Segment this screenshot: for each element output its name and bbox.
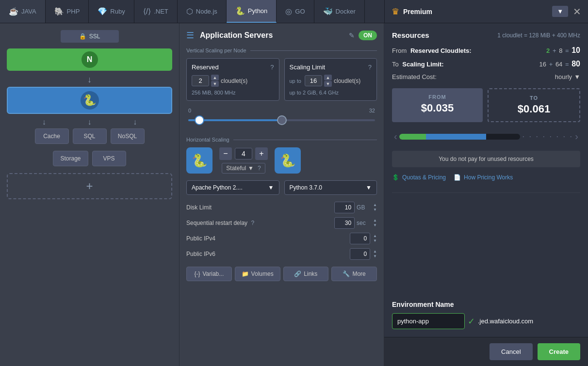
- volumes-icon: 📁: [242, 271, 249, 277]
- links-button[interactable]: 🔗 Links: [283, 267, 329, 281]
- ipv6-label: Public IPv6: [186, 251, 350, 257]
- slider-min-label: 0: [188, 108, 191, 113]
- reserved-help-icon[interactable]: ?: [270, 64, 274, 71]
- tab-nodejs[interactable]: ⬡ Node.js: [178, 0, 227, 23]
- price-bar-row: ‹ · · · · · · · · ›: [392, 129, 580, 144]
- node-count-minus[interactable]: −: [219, 147, 232, 160]
- ssl-button[interactable]: 🔒 SSL: [61, 30, 119, 43]
- stateful-chevron-icon: ▼: [248, 165, 254, 172]
- tab-nodejs-label: Node.js: [196, 8, 217, 15]
- disk-limit-input[interactable]: [334, 202, 355, 213]
- from-reserved-row: From Reserved Cloudlets: 2 + 8 = 10: [392, 46, 580, 55]
- add-block-button[interactable]: +: [7, 173, 172, 199]
- middle-panel: ☰ Application Servers ✎ ON Vertical Scal…: [180, 23, 384, 366]
- ipv6-up-icon[interactable]: ▲: [373, 249, 377, 254]
- edit-icon[interactable]: ✎: [349, 32, 355, 39]
- vps-label: VPS: [103, 155, 115, 162]
- volumes-button[interactable]: 📁 Volumes: [235, 267, 280, 281]
- stateful-help-icon[interactable]: ?: [258, 165, 261, 172]
- estimated-cost-row: Estimated Cost: hourly ▼: [392, 73, 580, 80]
- disk-limit-row: Disk Limit GB ▲ ▼: [186, 202, 377, 213]
- ipv4-up-icon[interactable]: ▲: [373, 234, 377, 239]
- scaling-limit-up-button[interactable]: ▲: [324, 75, 332, 80]
- restart-delay-help-icon[interactable]: ?: [251, 220, 254, 226]
- premium-dropdown-button[interactable]: ▼: [552, 6, 568, 17]
- quotas-pricing-link[interactable]: 💲 Quotas & Pricing: [392, 174, 446, 181]
- ipv4-input[interactable]: [350, 233, 370, 244]
- estimated-cost-label: Estimated Cost:: [392, 73, 437, 80]
- restart-delay-input[interactable]: [334, 217, 355, 229]
- hourly-dropdown-button[interactable]: hourly ▼: [555, 73, 580, 80]
- net-icon: ⟨/⟩: [143, 7, 151, 16]
- reserved-down-button[interactable]: ▼: [211, 81, 219, 87]
- scaling-limit-desc: up to 2 GiB, 6.4 GHz: [290, 90, 372, 95]
- to-scaling-value: 16 + 64 = 80: [539, 60, 580, 68]
- stateful-dropdown[interactable]: Stateful ▼ ?: [222, 163, 265, 174]
- toggle-on-button[interactable]: ON: [359, 31, 377, 40]
- restart-delay-unit: sec: [357, 220, 370, 226]
- apache-dropdown[interactable]: Apache Python 2.... ▼: [186, 180, 279, 195]
- ipv4-down-icon[interactable]: ▼: [373, 239, 377, 243]
- close-button[interactable]: ✕: [573, 6, 581, 17]
- variables-button[interactable]: {-} Variab...: [186, 267, 232, 281]
- slider-track-container[interactable]: [188, 115, 375, 125]
- dropdowns-row: Apache Python 2.... ▼ Python 3.7.0 ▼: [186, 180, 377, 195]
- price-from-box: FROM $0.035: [392, 88, 483, 122]
- tab-java-label: JAVA: [21, 8, 36, 15]
- ssl-label: SSL: [89, 33, 100, 40]
- scaling-limit-help-icon[interactable]: ?: [368, 64, 372, 71]
- scaling-limit-input[interactable]: [305, 75, 322, 86]
- reserved-cloudlet-input[interactable]: [192, 75, 209, 86]
- tab-ruby[interactable]: 💎 Ruby: [89, 0, 134, 23]
- ipv6-down-icon[interactable]: ▼: [373, 254, 377, 259]
- tab-python[interactable]: 🐍 Python: [227, 0, 277, 23]
- restart-down-icon[interactable]: ▼: [373, 223, 377, 228]
- env-name-input[interactable]: [392, 313, 465, 329]
- sql-button[interactable]: SQL: [73, 128, 107, 144]
- create-button[interactable]: Create: [538, 343, 580, 360]
- reserved-up-button[interactable]: ▲: [211, 75, 219, 80]
- unused-notice: You do not pay for unused resources: [392, 151, 580, 167]
- cancel-label: Cancel: [501, 348, 521, 355]
- more-button[interactable]: 🔧 More: [331, 267, 377, 281]
- slider-handle-right[interactable]: [277, 115, 287, 125]
- nodejs-icon: ⬡: [186, 7, 193, 16]
- node-count-input[interactable]: [235, 148, 252, 159]
- restart-delay-row: Sequential restart delay ? sec ▲ ▼: [186, 217, 377, 229]
- restart-up-icon[interactable]: ▲: [373, 218, 377, 223]
- reserved-box: Reserved ? ▲ ▼ cloudlet(s) 256 MiB, 800 …: [186, 58, 279, 101]
- tab-docker[interactable]: 🐳 Docker: [314, 0, 365, 23]
- volumes-label: Volumes: [251, 271, 274, 277]
- nosql-button[interactable]: NoSQL: [111, 128, 145, 144]
- ipv6-input[interactable]: [350, 248, 370, 260]
- tab-docker-label: Docker: [336, 8, 356, 15]
- node-count-plus[interactable]: +: [255, 147, 268, 160]
- arrow-cache: ↓: [42, 118, 46, 127]
- how-pricing-link[interactable]: 📄 How Pricing Works: [454, 174, 513, 181]
- premium-crown-icon: ♛: [392, 6, 399, 17]
- storage-button[interactable]: Storage: [53, 151, 88, 166]
- cache-button[interactable]: Cache: [35, 128, 69, 144]
- from-reserved-label: From Reserved Cloudlets:: [392, 47, 472, 54]
- scaling-limit-down-button[interactable]: ▼: [324, 81, 332, 87]
- slider-handle-left[interactable]: [195, 115, 204, 125]
- disk-up-icon[interactable]: ▲: [373, 203, 377, 207]
- bottom-actions: Cancel Create: [384, 337, 588, 366]
- tab-java[interactable]: ☕ JAVA: [0, 0, 46, 23]
- main-content: 🔒 SSL N ↓ 🐍 ↓ ↓ ↓ Cache SQL: [0, 23, 588, 366]
- cancel-button[interactable]: Cancel: [490, 343, 532, 360]
- tab-php[interactable]: 🐘 PHP: [46, 0, 89, 23]
- price-nav-right-button[interactable]: ›: [573, 129, 580, 144]
- python-block[interactable]: 🐍: [7, 87, 172, 114]
- sql-label: SQL: [83, 133, 95, 140]
- arrow-sql: ↓: [87, 118, 91, 127]
- three-arrows: ↓ ↓ ↓: [7, 118, 172, 127]
- tab-net[interactable]: ⟨/⟩ .NET: [134, 0, 178, 23]
- vps-button[interactable]: VPS: [92, 151, 126, 166]
- php-icon: 🐘: [54, 7, 64, 16]
- tab-go[interactable]: ◎ GO: [277, 0, 314, 23]
- python-version-dropdown[interactable]: Python 3.7.0 ▼: [284, 180, 377, 195]
- disk-down-icon[interactable]: ▼: [373, 207, 377, 212]
- cache-label: Cache: [43, 133, 60, 140]
- price-nav-left-button[interactable]: ‹: [392, 129, 399, 144]
